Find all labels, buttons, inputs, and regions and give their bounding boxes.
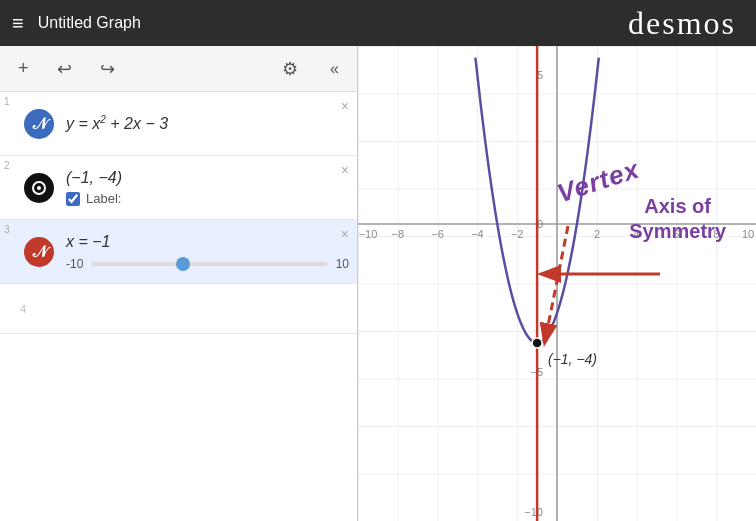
row-number-4: 4 bbox=[20, 303, 26, 315]
label-text-2: Label: bbox=[86, 191, 121, 206]
expr-formula-3: x = −1 bbox=[66, 233, 349, 251]
svg-text:10: 10 bbox=[742, 228, 754, 240]
row-number-1: 1 bbox=[0, 92, 20, 155]
svg-text:−4: −4 bbox=[471, 228, 484, 240]
main-layout: + ↩ ↪ ⚙ « 1 𝒩 y = x2 + 2x − 3 bbox=[0, 46, 756, 521]
expr-icon-2 bbox=[20, 156, 58, 219]
svg-text:4: 4 bbox=[634, 228, 640, 240]
expr-content-1[interactable]: y = x2 + 2x − 3 bbox=[58, 92, 357, 155]
svg-text:−6: −6 bbox=[431, 228, 444, 240]
expr-content-2[interactable]: (−1, −4) Label: bbox=[58, 156, 357, 219]
expr-color-swatch-2[interactable] bbox=[24, 173, 54, 203]
label-checkbox-2[interactable] bbox=[66, 192, 80, 206]
svg-text:−8: −8 bbox=[392, 228, 405, 240]
page-title: Untitled Graph bbox=[38, 14, 141, 32]
close-expr-2[interactable]: × bbox=[341, 162, 349, 178]
desmos-logo: desmos bbox=[628, 5, 736, 42]
svg-text:−10: −10 bbox=[359, 228, 378, 240]
undo-button[interactable]: ↩ bbox=[51, 54, 78, 84]
sidebar: + ↩ ↪ ⚙ « 1 𝒩 y = x2 + 2x − 3 bbox=[0, 46, 358, 521]
expr-n-letter-1: 𝒩 bbox=[33, 115, 46, 133]
svg-text:6: 6 bbox=[673, 228, 679, 240]
close-expr-1[interactable]: × bbox=[341, 98, 349, 114]
svg-text:2: 2 bbox=[594, 228, 600, 240]
slider-track-3[interactable] bbox=[91, 262, 327, 266]
row-number-2: 2 bbox=[0, 156, 20, 219]
add-expression-button[interactable]: + bbox=[12, 54, 35, 83]
slider-thumb-3[interactable] bbox=[176, 257, 190, 271]
settings-button[interactable]: ⚙ bbox=[276, 54, 304, 84]
redo-button[interactable]: ↪ bbox=[94, 54, 121, 84]
expression-row-3: 3 𝒩 x = −1 -10 10 × bbox=[0, 220, 357, 284]
svg-text:−2: −2 bbox=[511, 228, 524, 240]
expr-color-swatch-3[interactable]: 𝒩 bbox=[24, 237, 54, 267]
graph-svg: −2 −4 −6 −8 −10 2 4 6 8 10 5 0 −5 −10 bbox=[358, 46, 756, 521]
expr-content-3[interactable]: x = −1 -10 10 bbox=[58, 220, 357, 283]
expr-formula-2: (−1, −4) bbox=[66, 169, 349, 187]
expression-toolbar: + ↩ ↪ ⚙ « bbox=[0, 46, 357, 92]
hamburger-icon[interactable]: ≡ bbox=[12, 12, 24, 35]
row-number-3: 3 bbox=[0, 220, 20, 283]
expr-color-swatch-1[interactable]: 𝒩 bbox=[24, 109, 54, 139]
expr-n-letter-3: 𝒩 bbox=[33, 243, 46, 261]
slider-min-3: -10 bbox=[66, 257, 83, 271]
svg-text:8: 8 bbox=[713, 228, 719, 240]
expression-list: 1 𝒩 y = x2 + 2x − 3 × 2 bbox=[0, 92, 357, 521]
expression-row-1: 1 𝒩 y = x2 + 2x − 3 × bbox=[0, 92, 357, 156]
vertex-label-text: (−1, −4) bbox=[548, 351, 597, 367]
slider-max-3: 10 bbox=[336, 257, 349, 271]
expr-formula-1: y = x2 + 2x − 3 bbox=[66, 114, 349, 133]
expr-icon-3: 𝒩 bbox=[20, 220, 58, 283]
expression-row-2: 2 (−1, −4) Label: × bbox=[0, 156, 357, 220]
label-row-2: Label: bbox=[66, 191, 349, 206]
vertex-point bbox=[532, 338, 542, 348]
slider-row-3: -10 10 bbox=[66, 257, 349, 271]
expression-row-4[interactable]: 4 bbox=[0, 284, 357, 334]
close-expr-3[interactable]: × bbox=[341, 226, 349, 242]
graph-area[interactable]: −2 −4 −6 −8 −10 2 4 6 8 10 5 0 −5 −10 bbox=[358, 46, 756, 521]
expr-icon-1: 𝒩 bbox=[20, 92, 58, 155]
header: ≡ Untitled Graph desmos bbox=[0, 0, 756, 46]
collapse-button[interactable]: « bbox=[324, 56, 345, 82]
svg-text:−10: −10 bbox=[524, 506, 543, 518]
